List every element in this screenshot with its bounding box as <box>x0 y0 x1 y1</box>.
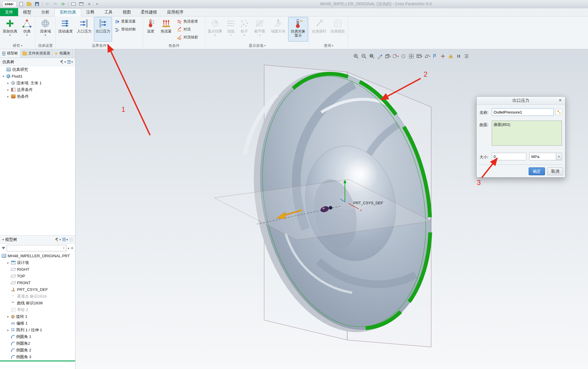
dialog-title-bar[interactable]: 出口压力 × <box>477 97 565 105</box>
heat-flux-button[interactable]: 热流密度 <box>175 18 204 25</box>
windows-icon[interactable] <box>78 1 84 7</box>
customize-qat-caret-icon[interactable]: ▾ <box>94 1 100 7</box>
open-file-icon[interactable] <box>26 1 32 7</box>
simulation-object-display-button[interactable]: 仿真对象显示 <box>288 17 308 42</box>
model-tree-settings-button[interactable]: ▾ <box>55 238 61 242</box>
redo-icon[interactable]: ↷ <box>52 1 58 7</box>
group-label-study[interactable]: 研究▾ <box>1 42 34 49</box>
window-layout-icon[interactable] <box>71 1 76 7</box>
group-label-display[interactable]: 显示选项▾ <box>206 42 308 49</box>
fluid-domain-button[interactable]: 流体域 ▾ <box>36 17 54 42</box>
datum-display-icon[interactable]: ▾ <box>424 53 431 60</box>
cancel-button[interactable]: 取消 <box>547 167 563 175</box>
zoom-out-icon[interactable] <box>360 53 367 60</box>
tree-item-round-1[interactable]: 倒圆角 1 <box>0 333 75 340</box>
warning-icon[interactable] <box>447 53 454 60</box>
tree-item-pattern[interactable]: ▸ 阵列 1 / 拉伸 1 <box>0 327 75 333</box>
view-manager-icon[interactable]: ▾ <box>416 53 423 60</box>
pause-icon[interactable] <box>455 53 462 60</box>
unit-select[interactable]: MPa ▾ <box>529 153 562 160</box>
sliding-symmetry-button[interactable]: 滑动对称 <box>113 26 142 33</box>
add-simulation-button[interactable]: 添加仿真 ▾ <box>1 17 19 42</box>
add-filter-icon[interactable]: + <box>71 246 73 250</box>
refit-icon[interactable] <box>368 53 375 60</box>
tree-item-fluid1[interactable]: ▾ Fluid1 <box>0 73 75 80</box>
tree-item-round-2[interactable]: 倒圆角2 <box>0 340 75 347</box>
radiation-button[interactable]: 对流辐射 <box>175 34 204 41</box>
simulate-button[interactable]: 仿真 ▾ <box>20 17 34 42</box>
search-options-caret-icon[interactable]: ▾ <box>68 247 69 250</box>
annotation-display-icon[interactable] <box>431 53 439 60</box>
expand-closed-icon[interactable]: ▸ <box>6 261 10 264</box>
sim-tree-settings-button[interactable]: ▾ <box>60 60 66 64</box>
spin-center-icon[interactable] <box>439 53 446 60</box>
tab-annotate[interactable]: 注释 <box>81 8 99 16</box>
tab-model[interactable]: 模型 <box>18 8 36 16</box>
group-label-query[interactable]: 查询▾ <box>310 42 347 49</box>
dialog-close-icon[interactable]: × <box>558 98 563 103</box>
repaint-icon[interactable] <box>376 53 383 60</box>
tab-tools[interactable]: 工具 <box>99 8 118 16</box>
tree-item-fluid-domain[interactable]: ▸ 流体域: 主体 1 <box>0 80 75 86</box>
tab-live-simulation[interactable]: 实时仿真 <box>54 8 81 16</box>
expand-closed-icon[interactable]: ▸ <box>6 88 10 91</box>
navigator-tab-model-tree[interactable]: 模型树 <box>0 49 20 58</box>
surface-collector[interactable]: 曲面(852) <box>492 121 562 146</box>
tree-item-top-plane[interactable]: TOP <box>0 273 75 279</box>
tree-item-revolve[interactable]: ▸ 旋转 1 <box>0 313 75 320</box>
expand-closed-icon[interactable]: ▸ <box>6 315 10 318</box>
temperature-button[interactable]: 温度 <box>144 17 157 42</box>
tree-item-right-plane[interactable]: RIGHT <box>0 266 75 273</box>
heat-flow-button[interactable]: 热流量 <box>158 17 174 42</box>
tab-applications[interactable]: 应用程序 <box>162 8 188 16</box>
ok-button[interactable]: 确定 <box>529 167 545 175</box>
regenerate-icon[interactable]: ⟳ <box>60 1 66 7</box>
unit-caret-icon[interactable]: ▾ <box>556 153 562 160</box>
expand-closed-icon[interactable]: ▸ <box>6 82 10 85</box>
name-input[interactable] <box>492 108 554 116</box>
tree-item-part-root[interactable]: MH48_IMPELLER_ORIGINAL.PRT <box>0 253 75 259</box>
tree-item-thermal-conditions[interactable]: ▸ 热条件 <box>0 93 75 100</box>
close-window-icon[interactable]: × <box>86 1 92 7</box>
size-input[interactable] <box>492 153 526 160</box>
display-style-icon[interactable]: ▾ <box>384 53 391 60</box>
tree-item-design-items[interactable]: ▸ 设计项 <box>0 259 75 266</box>
caret-down-icon[interactable]: ▾ <box>2 238 4 241</box>
tree-item-sketch[interactable]: 草绘 2 <box>0 306 75 313</box>
save-icon[interactable] <box>34 1 40 7</box>
zoom-in-icon[interactable] <box>353 53 360 60</box>
inlet-pressure-button[interactable]: 入口压力 <box>75 17 93 42</box>
tree-item-sim-study[interactable]: 仿真研究 <box>0 66 75 73</box>
layers-icon[interactable] <box>408 53 415 60</box>
tree-item-boundary-conditions[interactable]: ▸ 边界条件 <box>0 86 75 93</box>
sim-tree-filter-button[interactable]: ▾ <box>67 60 73 63</box>
tab-analysis[interactable]: 分析 <box>36 8 54 16</box>
tree-item-offset[interactable]: 偏移 1 <box>0 320 75 327</box>
new-file-icon[interactable] <box>18 1 24 7</box>
collector-select-icon[interactable] <box>556 109 563 115</box>
clear-search-icon[interactable]: × <box>63 246 65 250</box>
undo-icon[interactable]: ↶ <box>44 1 50 7</box>
tree-item-datum-point[interactable]: 基准点 标识1616 <box>0 293 75 300</box>
section-icon[interactable]: ▾ <box>392 53 399 60</box>
tree-item-round-3[interactable]: 倒圆角 2 <box>0 347 75 353</box>
expand-closed-icon[interactable]: ▸ <box>6 95 10 98</box>
appearance-icon[interactable] <box>400 53 407 60</box>
tab-view[interactable]: 视图 <box>118 8 136 16</box>
outlet-pressure-button[interactable]: 出口压力 <box>94 17 112 42</box>
expand-closed-icon[interactable]: ▸ <box>6 329 10 332</box>
convection-button[interactable]: 对流 <box>175 26 204 33</box>
tree-toggle-icon[interactable] <box>463 53 470 60</box>
tree-search-input[interactable] <box>8 246 63 250</box>
tab-file[interactable]: 文件 <box>0 8 18 16</box>
tree-item-curve[interactable]: 曲线 标识1638 <box>0 300 75 306</box>
tree-item-front-plane[interactable]: FRONT <box>0 279 75 286</box>
filter-funnel-icon[interactable] <box>2 247 5 251</box>
navigator-tab-folder-browser[interactable]: 文件夹浏览器 <box>20 49 53 58</box>
navigator-tab-favorites[interactable]: ★ 收藏夹 <box>53 49 73 58</box>
expand-open-icon[interactable]: ▾ <box>2 75 5 78</box>
mass-flow-button[interactable]: 质量流量 <box>113 18 142 25</box>
tree-item-csys[interactable]: PRT_CSYS_DEF <box>0 286 75 293</box>
tab-flexible-modeling[interactable]: 柔性建模 <box>136 8 162 16</box>
flow-velocity-button[interactable]: 流动速度 <box>56 17 75 42</box>
